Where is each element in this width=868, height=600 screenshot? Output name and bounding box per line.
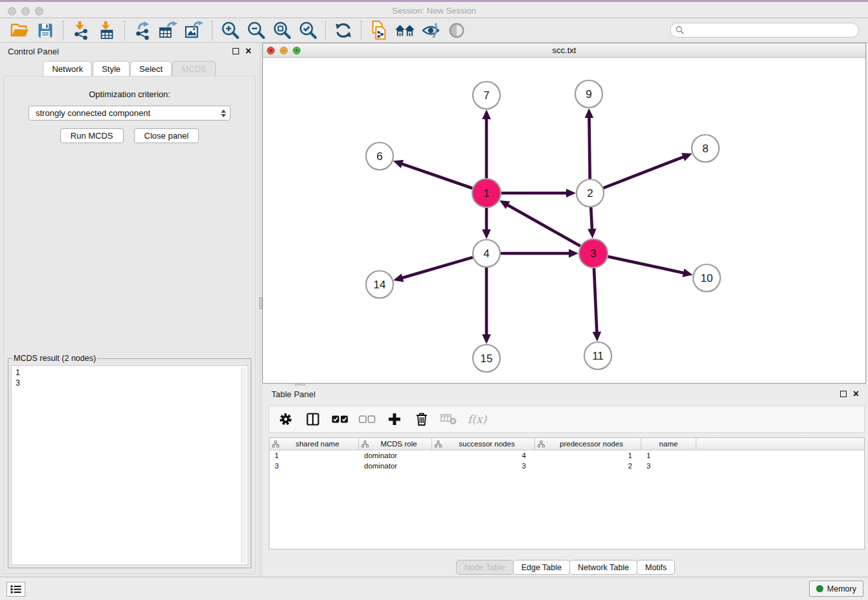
graph-edge-3-10[interactable] [608, 257, 685, 273]
result-scrollbar[interactable] [241, 367, 246, 563]
open-folder-icon [10, 21, 29, 40]
zoom-in-button[interactable] [217, 19, 243, 41]
table-cell[interactable]: 1 [535, 450, 641, 461]
table-header-row: shared nameMCDS rolesuccessor nodesprede… [269, 438, 864, 450]
optimization-dropdown[interactable]: strongly connected component [29, 106, 231, 121]
graph-edge-2-8[interactable] [604, 156, 685, 188]
export-network-button[interactable] [130, 19, 155, 41]
dropdown-stepper-icon [221, 110, 226, 117]
save-session-button[interactable] [32, 19, 58, 41]
select-all-button[interactable] [332, 411, 348, 428]
table-cell[interactable]: 3 [432, 461, 535, 471]
zoom-fit-button[interactable] [269, 19, 295, 41]
export-table-icon [158, 21, 179, 40]
graph-node-label-4: 4 [483, 248, 489, 260]
graph-edge-1-6[interactable] [400, 163, 472, 188]
column-header-predecessor-nodes[interactable]: predecessor nodes [535, 438, 641, 450]
list-icon [10, 585, 21, 594]
tab-style[interactable]: Style [93, 61, 130, 76]
task-history-button[interactable] [6, 582, 25, 597]
table-cell[interactable]: 4 [432, 450, 535, 461]
refresh-view-button[interactable] [330, 19, 356, 41]
plus-icon [388, 413, 401, 426]
network-window-titlebar[interactable]: scc.txt × − + [263, 43, 865, 58]
import-network-button[interactable] [68, 19, 94, 41]
delete-column-button[interactable] [413, 411, 430, 428]
show-all-button[interactable] [444, 19, 470, 41]
table-tabs: Node TableEdge TableNetwork TableMotifs [262, 560, 868, 575]
table-cell[interactable]: 1 [269, 450, 359, 461]
run-mcds-button[interactable]: Run MCDS [60, 128, 124, 143]
network-canvas[interactable]: 7968124314101511 [263, 58, 865, 383]
node-table: shared nameMCDS rolesuccessor nodesprede… [269, 437, 865, 549]
import-network-icon [71, 21, 91, 40]
toolbar-separator [212, 21, 212, 40]
table-panel-title: Table Panel [271, 389, 315, 399]
delete-table-button[interactable] [440, 411, 457, 428]
column-header-name[interactable]: name [641, 438, 696, 450]
graph-edge-3-1[interactable] [506, 204, 580, 246]
copy-view-button[interactable] [366, 19, 392, 41]
float-table-panel-icon[interactable] [840, 391, 847, 397]
graph-arrowhead-4-3 [569, 249, 578, 258]
float-panel-icon[interactable] [233, 48, 239, 54]
tab-network[interactable]: Network [43, 61, 92, 76]
add-column-button[interactable] [386, 411, 403, 428]
close-panel-icon[interactable]: × [246, 48, 251, 54]
zoom-out-button[interactable] [243, 19, 269, 41]
mcds-result-text[interactable]: 1 3 [12, 366, 247, 389]
graph-node-label-8: 8 [702, 143, 708, 155]
tab-network-table[interactable]: Network Table [569, 560, 637, 575]
graph-edge-2-9[interactable] [589, 116, 589, 179]
column-header-MCDS-role[interactable]: MCDS role [359, 438, 432, 450]
graph-node-label-6: 6 [376, 150, 382, 163]
graph-edge-4-14[interactable] [401, 257, 473, 278]
column-header-shared-name[interactable]: shared name [269, 438, 359, 450]
table-cell[interactable]: dominator [359, 450, 432, 461]
table-cell[interactable]: dominator [359, 461, 432, 471]
hide-selected-button[interactable] [418, 19, 444, 41]
copy-view-icon [370, 20, 388, 41]
tab-node-table[interactable]: Node Table [456, 560, 514, 575]
table-cell[interactable]: 1 [641, 450, 696, 461]
window-title: Session: New Session [0, 6, 868, 16]
table-cell[interactable]: 3 [269, 461, 359, 471]
tab-edge-table[interactable]: Edge Table [513, 560, 570, 575]
table-cell[interactable]: 3 [641, 461, 696, 471]
first-neighbors-button[interactable] [392, 19, 418, 41]
search-input[interactable] [687, 26, 853, 35]
deselect-all-button[interactable] [359, 411, 376, 428]
save-floppy-icon [36, 21, 54, 40]
table-settings-button[interactable] [277, 411, 294, 428]
mcds-result-title: MCDS result (2 nodes) [12, 354, 97, 363]
tab-select[interactable]: Select [130, 61, 172, 76]
tab-motifs[interactable]: Motifs [637, 560, 675, 575]
column-header-successor-nodes[interactable]: successor nodes [432, 438, 535, 450]
tab-mcds[interactable]: MCDS [172, 61, 215, 76]
close-table-panel-icon[interactable]: × [853, 391, 859, 397]
table-cell[interactable]: 2 [535, 461, 641, 471]
graph-edge-3-11[interactable] [594, 268, 597, 334]
toolbar-separator [361, 21, 361, 40]
open-session-button[interactable] [6, 19, 32, 41]
export-image-button[interactable] [181, 19, 207, 41]
graph-node-label-2: 2 [587, 187, 593, 200]
memory-button[interactable]: Memory [809, 581, 863, 597]
zoom-selected-button[interactable] [295, 19, 321, 41]
graph-edge-2-3[interactable] [591, 207, 592, 231]
table-toolbar: f(x) [269, 406, 865, 433]
dropdown-value: strongly connected component [36, 108, 150, 118]
import-table-button[interactable] [94, 19, 120, 41]
table-panel: Table Panel × [262, 386, 868, 577]
graph-node-label-15: 15 [481, 352, 493, 365]
table-row[interactable]: 3dominator323 [269, 461, 864, 471]
table-body: 1dominator4113dominator323 [269, 450, 864, 471]
function-builder-button[interactable]: f(x) [468, 413, 486, 426]
column-visibility-button[interactable] [304, 411, 321, 428]
export-table-button[interactable] [155, 19, 181, 41]
graph-node-label-1: 1 [483, 187, 489, 200]
hierarchy-icon [272, 441, 279, 448]
zoom-selected-icon [298, 21, 317, 40]
close-panel-button[interactable]: Close panel [134, 128, 200, 143]
table-row[interactable]: 1dominator411 [269, 450, 864, 461]
